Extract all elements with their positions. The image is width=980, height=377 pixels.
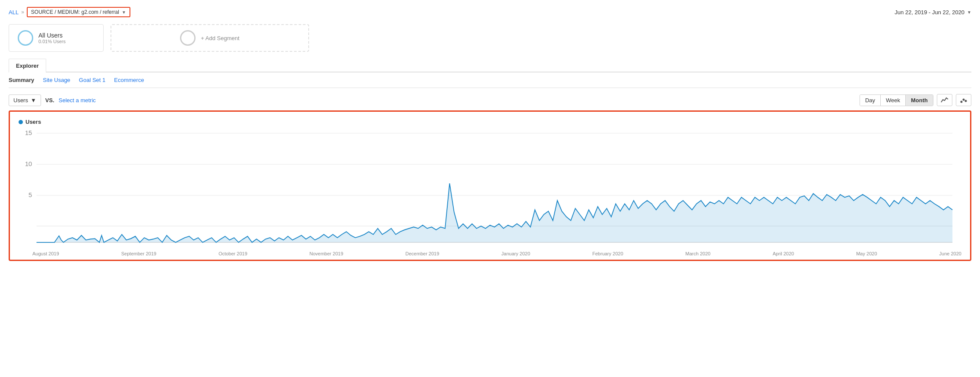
all-users-name: All Users [38, 32, 66, 39]
x-label-may: May 2020 [856, 251, 877, 256]
subnav: Summary Site Usage Goal Set 1 Ecommerce [9, 72, 971, 88]
all-users-circle [18, 30, 33, 46]
breadcrumb-separator: » [21, 9, 24, 15]
subnav-goal-set-1[interactable]: Goal Set 1 [79, 77, 105, 83]
explorer-tab[interactable]: Explorer [9, 59, 46, 72]
add-segment-label: + Add Segment [201, 35, 239, 41]
x-label-nov: November 2019 [310, 251, 343, 256]
svg-point-0 [961, 101, 963, 103]
metric-label: Users [13, 97, 28, 104]
x-label-apr: April 2020 [773, 251, 794, 256]
line-chart-icon-btn[interactable] [937, 94, 952, 106]
users-chart: 15 10 5 [19, 129, 961, 249]
metric-dropdown[interactable]: Users ▼ [9, 94, 41, 106]
date-range-dropdown-arrow[interactable]: ▼ [967, 10, 971, 15]
filter-dropdown-arrow[interactable]: ▼ [122, 10, 126, 15]
explorer-tab-row: Explorer [9, 59, 971, 72]
subnav-ecommerce[interactable]: Ecommerce [114, 77, 144, 83]
chart-container: Users 15 10 5 August 2019 September 2019 [9, 110, 971, 261]
legend-label: Users [25, 119, 41, 125]
chart-legend: Users [19, 119, 961, 125]
x-label-aug: August 2019 [32, 251, 59, 256]
month-btn[interactable]: Month [906, 95, 933, 106]
date-range[interactable]: Jun 22, 2019 - Jun 22, 2020 ▼ [895, 9, 971, 16]
legend-dot [19, 120, 23, 124]
controls-right: Day Week Month [860, 94, 971, 106]
all-users-info: All Users 0.01% Users [38, 32, 66, 44]
add-segment-card[interactable]: + Add Segment [111, 24, 309, 52]
filter-label: SOURCE / MEDIUM: g2.com / referral [31, 9, 119, 15]
x-label-jan: January 2020 [501, 251, 530, 256]
top-bar: ALL » SOURCE / MEDIUM: g2.com / referral… [9, 7, 971, 17]
add-segment-circle [180, 30, 196, 46]
svg-text:15: 15 [25, 129, 32, 136]
svg-text:10: 10 [25, 160, 32, 167]
scatter-chart-icon-btn[interactable] [956, 94, 971, 106]
select-metric[interactable]: Select a metric [59, 97, 96, 104]
controls-left: Users ▼ VS. Select a metric [9, 94, 96, 106]
svg-point-1 [963, 99, 965, 101]
svg-text:5: 5 [28, 192, 32, 198]
date-range-label: Jun 22, 2019 - Jun 22, 2020 [895, 9, 964, 16]
subnav-site-usage[interactable]: Site Usage [43, 77, 70, 83]
all-users-sub: 0.01% Users [38, 39, 66, 44]
svg-point-2 [965, 100, 967, 102]
controls-row: Users ▼ VS. Select a metric Day Week Mon… [9, 94, 971, 106]
day-btn[interactable]: Day [860, 95, 881, 106]
breadcrumb: ALL » SOURCE / MEDIUM: g2.com / referral… [9, 7, 130, 17]
line-chart-icon [941, 96, 948, 104]
x-label-sep: September 2019 [121, 251, 156, 256]
all-users-segment[interactable]: All Users 0.01% Users [9, 24, 104, 52]
x-label-jun: June 2020 [939, 251, 961, 256]
subnav-summary[interactable]: Summary [9, 77, 34, 83]
x-label-dec: December 2019 [405, 251, 439, 256]
x-label-oct: October 2019 [218, 251, 247, 256]
vs-label: VS. [45, 97, 54, 104]
x-label-mar: March 2020 [686, 251, 711, 256]
metric-dropdown-arrow[interactable]: ▼ [31, 97, 36, 104]
x-label-feb: February 2020 [592, 251, 623, 256]
chart-svg-wrapper: 15 10 5 [19, 129, 961, 249]
filter-pill[interactable]: SOURCE / MEDIUM: g2.com / referral ▼ [27, 7, 130, 17]
x-axis-labels: August 2019 September 2019 October 2019 … [19, 249, 961, 256]
segments-row: All Users 0.01% Users + Add Segment [9, 24, 971, 52]
scatter-chart-icon [960, 96, 967, 104]
breadcrumb-all[interactable]: ALL [9, 9, 19, 16]
week-btn[interactable]: Week [881, 95, 906, 106]
time-btn-group: Day Week Month [860, 94, 933, 106]
